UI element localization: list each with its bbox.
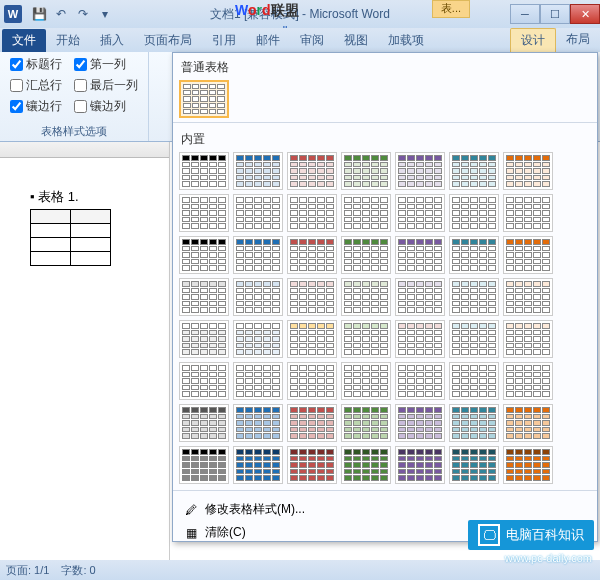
table-style-thumb[interactable] (233, 278, 283, 316)
table-style-thumb[interactable] (233, 404, 283, 442)
tab-table-layout[interactable]: 布局 (556, 28, 600, 52)
table-style-thumb[interactable] (449, 362, 499, 400)
table-style-thumb[interactable] (179, 320, 229, 358)
table-style-thumb[interactable] (395, 362, 445, 400)
tab-addins[interactable]: 加载项 (378, 29, 434, 52)
table-style-thumb[interactable] (449, 446, 499, 484)
table-style-thumb[interactable] (395, 236, 445, 274)
table-style-thumb[interactable] (449, 404, 499, 442)
table-style-thumb[interactable] (341, 278, 391, 316)
chk-last-column[interactable]: 最后一列 (74, 77, 138, 94)
table-style-thumb[interactable] (233, 320, 283, 358)
tab-home[interactable]: 开始 (46, 29, 90, 52)
table-style-thumb[interactable] (179, 80, 229, 118)
document-page[interactable]: ▪ 表格 1. (0, 158, 169, 276)
table-style-thumb[interactable] (503, 320, 553, 358)
table-style-thumb[interactable] (449, 236, 499, 274)
table-style-thumb[interactable] (341, 194, 391, 232)
watermark-logo: Word联盟 (235, 2, 299, 20)
table-style-thumb[interactable] (233, 362, 283, 400)
tab-mailings[interactable]: 邮件 (246, 29, 290, 52)
table-style-thumb[interactable] (179, 236, 229, 274)
redo-icon[interactable]: ↷ (74, 5, 92, 23)
table-style-thumb[interactable] (503, 278, 553, 316)
table-style-thumb[interactable] (287, 278, 337, 316)
status-page: 页面: 1/1 (6, 563, 49, 578)
tab-review[interactable]: 审阅 (290, 29, 334, 52)
maximize-button[interactable]: ☐ (540, 4, 570, 24)
table-style-thumb[interactable] (233, 152, 283, 190)
table-style-thumb[interactable] (287, 152, 337, 190)
tab-design[interactable]: 设计 (510, 28, 556, 52)
document-area: ▪ 表格 1. (0, 142, 170, 560)
table-style-thumb[interactable] (341, 236, 391, 274)
ribbon-tabs: 文件 开始 插入 页面布局 引用 邮件 审阅 视图 加载项 设计 布局 (0, 28, 600, 52)
table-style-thumb[interactable] (287, 362, 337, 400)
table-style-thumb[interactable] (449, 278, 499, 316)
status-words: 字数: 0 (61, 563, 95, 578)
table-style-thumb[interactable] (233, 194, 283, 232)
tab-insert[interactable]: 插入 (90, 29, 134, 52)
quick-access-toolbar: 💾 ↶ ↷ ▾ (30, 5, 114, 23)
table-style-thumb[interactable] (233, 236, 283, 274)
tab-file[interactable]: 文件 (2, 29, 46, 52)
table-tools-label: 表... (432, 0, 470, 18)
chk-banded-rows[interactable]: 镶边行 (10, 98, 62, 115)
chk-header-row[interactable]: 标题行 (10, 56, 62, 73)
table-style-thumb[interactable] (503, 236, 553, 274)
table-style-thumb[interactable] (395, 446, 445, 484)
table-style-thumb[interactable] (503, 362, 553, 400)
table-style-thumb[interactable] (179, 404, 229, 442)
table-style-thumb[interactable] (179, 152, 229, 190)
clear-icon: ▦ (183, 525, 199, 541)
table-caption: ▪ 表格 1. (30, 188, 159, 206)
save-icon[interactable]: 💾 (30, 5, 48, 23)
group-label-style-options: 表格样式选项 (10, 124, 138, 141)
table-style-thumb[interactable] (503, 152, 553, 190)
gallery-section-builtin: 内置 (173, 125, 597, 150)
chk-banded-columns[interactable]: 镶边列 (74, 98, 138, 115)
menu-modify-style[interactable]: 🖉 修改表格样式(M)... (173, 498, 597, 521)
undo-icon[interactable]: ↶ (52, 5, 70, 23)
chk-total-row[interactable]: 汇总行 (10, 77, 62, 94)
table-style-thumb[interactable] (395, 194, 445, 232)
tab-references[interactable]: 引用 (202, 29, 246, 52)
ruler (0, 142, 169, 158)
table-style-thumb[interactable] (287, 404, 337, 442)
table-style-thumb[interactable] (341, 446, 391, 484)
table-style-thumb[interactable] (395, 320, 445, 358)
table-style-thumb[interactable] (179, 194, 229, 232)
table-style-thumb[interactable] (395, 278, 445, 316)
monitor-icon: 🖵 (478, 524, 500, 546)
table-style-thumb[interactable] (287, 194, 337, 232)
table-style-thumb[interactable] (449, 152, 499, 190)
table-style-thumb[interactable] (341, 152, 391, 190)
chk-first-column[interactable]: 第一列 (74, 56, 138, 73)
table-style-thumb[interactable] (233, 446, 283, 484)
table-style-thumb[interactable] (179, 278, 229, 316)
table-style-thumb[interactable] (503, 194, 553, 232)
qat-dropdown-icon[interactable]: ▾ (96, 5, 114, 23)
minimize-button[interactable]: ─ (510, 4, 540, 24)
gallery-section-plain: 普通表格 (173, 53, 597, 78)
table-style-thumb[interactable] (179, 362, 229, 400)
table-style-thumb[interactable] (341, 404, 391, 442)
table-style-thumb[interactable] (287, 320, 337, 358)
table-style-thumb[interactable] (341, 320, 391, 358)
tab-view[interactable]: 视图 (334, 29, 378, 52)
table-style-thumb[interactable] (287, 236, 337, 274)
sample-table[interactable] (30, 209, 111, 266)
table-style-thumb[interactable] (503, 446, 553, 484)
table-style-thumb[interactable] (287, 446, 337, 484)
table-style-thumb[interactable] (341, 362, 391, 400)
table-style-thumb[interactable] (449, 194, 499, 232)
table-style-thumb[interactable] (449, 320, 499, 358)
close-button[interactable]: ✕ (570, 4, 600, 24)
table-style-thumb[interactable] (395, 152, 445, 190)
table-style-thumb[interactable] (179, 446, 229, 484)
tab-page-layout[interactable]: 页面布局 (134, 29, 202, 52)
site-url: www.pc-daily.com (505, 552, 592, 564)
table-styles-gallery: 普通表格 内置 🖉 修改表格样式(M)... ▦ 清除(C) ▦ 新建表格样式(… (172, 52, 598, 542)
table-style-thumb[interactable] (395, 404, 445, 442)
table-style-thumb[interactable] (503, 404, 553, 442)
